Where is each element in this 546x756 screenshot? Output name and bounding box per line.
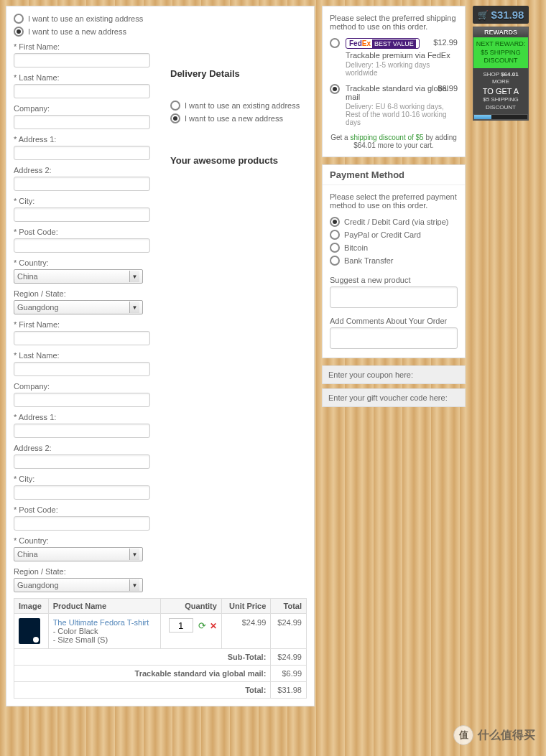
payment-card-radio[interactable]: Credit / Debit Card (via stripe) <box>330 217 458 227</box>
billing-first-name-input[interactable] <box>14 53 150 67</box>
delivery-region-select[interactable]: Guangdong ▼ <box>14 578 143 592</box>
radio-label: I want to use a new address <box>185 114 283 123</box>
ship-sub: Delivery: EU 6-8 working days, Rest of t… <box>346 103 458 126</box>
product-name: The Ultimate Fedora T-shirt <box>53 618 156 627</box>
shipping-panel: Please select the preferred shipping met… <box>322 6 466 157</box>
product-option: - Color Black <box>53 627 156 635</box>
delivery-address2-input[interactable] <box>14 454 150 469</box>
remove-icon[interactable]: ✕ <box>210 621 217 631</box>
city-label: * City: <box>14 197 163 205</box>
payment-paypal-radio[interactable]: PayPal or Credit Card <box>330 230 458 240</box>
cart-total-widget[interactable]: 🛒 $31.98 <box>473 6 529 24</box>
comments-label: Add Comments About Your Order <box>330 317 458 325</box>
ship-total-label: Trackable standard via global mail: <box>135 669 267 678</box>
line-total: $24.99 <box>271 614 307 649</box>
delivery-first-name-input[interactable] <box>14 331 150 345</box>
delivery-existing-radio[interactable]: I want to use an existing address <box>170 101 307 111</box>
delivery-company-input[interactable] <box>14 393 150 407</box>
coupon-toggle[interactable]: Enter your coupon here: <box>322 365 466 384</box>
city-label: * City: <box>14 475 307 483</box>
delivery-postcode-input[interactable] <box>14 516 150 531</box>
subtotal-label: Sub-Total: <box>228 653 267 661</box>
radio-icon <box>330 230 340 240</box>
comments-textarea[interactable] <box>330 327 458 349</box>
payment-panel: Payment Method Please select the preferr… <box>322 164 466 358</box>
billing-city-input[interactable] <box>14 207 150 222</box>
chevron-down-icon: ▼ <box>129 579 139 591</box>
shipping-instruction: Please select the preferred shipping met… <box>330 14 458 31</box>
radio-icon <box>330 256 340 266</box>
total-value: $31.98 <box>271 682 307 699</box>
billing-country-select[interactable]: China ▼ <box>14 269 143 284</box>
radio-icon <box>330 243 340 253</box>
delivery-city-input[interactable] <box>14 485 150 500</box>
col-image: Image <box>14 599 49 614</box>
payment-bitcoin-radio[interactable]: Bitcoin <box>330 243 458 253</box>
billing-existing-radio[interactable]: I want to use an existing address <box>14 14 163 24</box>
refresh-icon[interactable]: ⟳ <box>198 620 206 631</box>
billing-address1-input[interactable] <box>14 146 150 160</box>
region-label: Region / State: <box>14 289 163 298</box>
chevron-down-icon: ▼ <box>129 271 139 282</box>
rewards-progress <box>473 114 528 120</box>
product-thumb <box>19 618 40 644</box>
rewards-box: REWARDS NEXT REWARD: $5 SHIPPING DISCOUN… <box>473 27 529 121</box>
watermark-icon: 值 <box>453 725 473 745</box>
col-unit: Unit Price <box>221 599 270 614</box>
ship-price: $12.99 <box>433 38 458 47</box>
voucher-toggle[interactable]: Enter your gift voucher code here: <box>322 388 466 407</box>
col-total: Total <box>271 599 307 614</box>
radio-icon <box>170 101 180 111</box>
radio-icon <box>14 14 24 24</box>
select-value: China <box>17 550 38 559</box>
select-value: Guangdong <box>17 303 59 312</box>
country-label: * Country: <box>14 258 163 267</box>
billing-region-select[interactable]: Guangdong ▼ <box>14 300 143 314</box>
watermark-text: 什么值得买 <box>478 728 535 743</box>
payment-instruction: Please select the preferred payment meth… <box>330 192 458 210</box>
country-label: * Country: <box>14 536 307 545</box>
radio-label: Bank Transfer <box>344 256 393 265</box>
payment-bank-radio[interactable]: Bank Transfer <box>330 256 458 266</box>
radio-icon <box>170 113 180 123</box>
company-label: Company: <box>14 382 307 391</box>
delivery-country-select[interactable]: China ▼ <box>14 547 143 561</box>
billing-address2-input[interactable] <box>14 177 150 191</box>
rewards-heading: REWARDS <box>473 27 528 37</box>
billing-last-name-input[interactable] <box>14 84 150 98</box>
delivery-address1-input[interactable] <box>14 424 150 438</box>
rewards-next: NEXT REWARD: $5 SHIPPING DISCOUNT <box>473 37 528 68</box>
col-name: Product Name <box>48 599 160 614</box>
ship-sub: Delivery: 1-5 working days worldwide <box>346 61 458 77</box>
last-name-label: * Last Name: <box>14 73 163 82</box>
first-name-label: * First Name: <box>14 320 307 329</box>
unit-price: $24.99 <box>221 614 270 649</box>
billing-company-input[interactable] <box>14 115 150 129</box>
region-label: Region / State: <box>14 567 307 576</box>
shipping-promo: Get a shipping discount of $5 by adding … <box>330 134 458 149</box>
radio-icon <box>330 217 340 227</box>
delivery-new-radio[interactable]: I want to use a new address <box>170 113 307 123</box>
fedex-badge: FedExBEST VALUE <box>346 38 420 49</box>
checkout-form-panel: I want to use an existing address I want… <box>6 6 315 706</box>
postcode-label: * Post Code: <box>14 505 307 514</box>
billing-new-radio[interactable]: I want to use a new address <box>14 27 163 37</box>
products-heading: Your awesome products <box>170 155 307 166</box>
billing-form: I want to use an existing address I want… <box>14 14 163 314</box>
delivery-heading: Delivery Details <box>170 68 307 79</box>
suggest-textarea[interactable] <box>330 286 458 308</box>
rewards-shop: SHOP $64.01 MORE TO GET A $5 SHIPPING DI… <box>473 68 528 114</box>
radio-icon <box>330 84 340 94</box>
payment-heading: Payment Method <box>323 165 465 185</box>
billing-postcode-input[interactable] <box>14 238 150 253</box>
total-label: Total: <box>245 686 266 694</box>
radio-icon <box>14 27 24 37</box>
shipping-global-option[interactable]: Trackable standard via global mail Deliv… <box>330 84 458 126</box>
col-qty: Quantity <box>160 599 221 614</box>
qty-input[interactable] <box>169 618 193 633</box>
shipping-fedex-option[interactable]: FedExBEST VALUE Trackable premium via Fe… <box>330 38 458 77</box>
cart-icon: 🛒 <box>478 10 489 20</box>
radio-label: PayPal or Credit Card <box>344 230 421 239</box>
address2-label: Address 2: <box>14 444 307 452</box>
delivery-last-name-input[interactable] <box>14 362 150 376</box>
